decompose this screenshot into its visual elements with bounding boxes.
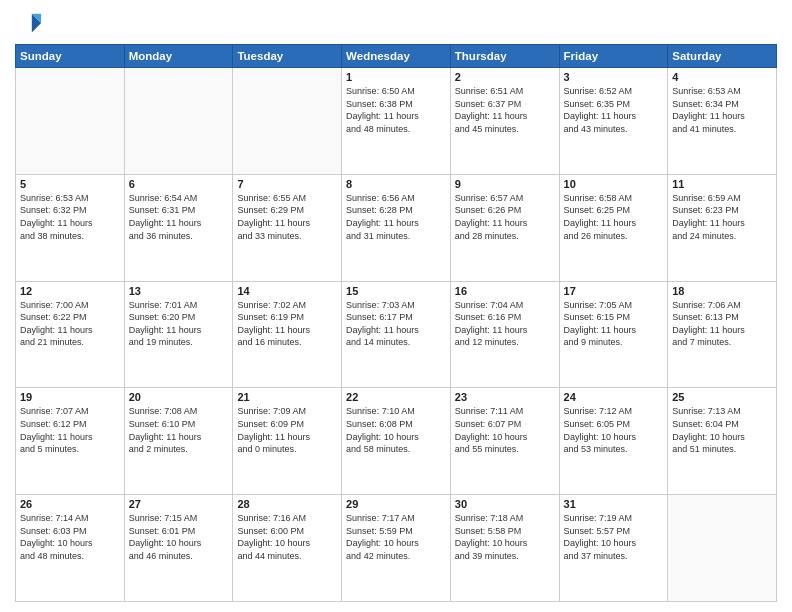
day-info: Sunrise: 7:10 AM Sunset: 6:08 PM Dayligh… — [346, 405, 446, 455]
header — [15, 10, 777, 38]
day-info: Sunrise: 7:18 AM Sunset: 5:58 PM Dayligh… — [455, 512, 555, 562]
weekday-header-tuesday: Tuesday — [233, 45, 342, 68]
calendar-table: SundayMondayTuesdayWednesdayThursdayFrid… — [15, 44, 777, 602]
day-cell: 24Sunrise: 7:12 AM Sunset: 6:05 PM Dayli… — [559, 388, 668, 495]
day-info: Sunrise: 7:01 AM Sunset: 6:20 PM Dayligh… — [129, 299, 229, 349]
day-number: 27 — [129, 498, 229, 510]
day-number: 9 — [455, 178, 555, 190]
day-info: Sunrise: 7:14 AM Sunset: 6:03 PM Dayligh… — [20, 512, 120, 562]
day-cell: 13Sunrise: 7:01 AM Sunset: 6:20 PM Dayli… — [124, 281, 233, 388]
day-cell: 6Sunrise: 6:54 AM Sunset: 6:31 PM Daylig… — [124, 174, 233, 281]
day-cell: 9Sunrise: 6:57 AM Sunset: 6:26 PM Daylig… — [450, 174, 559, 281]
day-cell — [233, 68, 342, 175]
day-number: 6 — [129, 178, 229, 190]
day-info: Sunrise: 7:07 AM Sunset: 6:12 PM Dayligh… — [20, 405, 120, 455]
logo-icon — [15, 10, 43, 38]
day-cell: 27Sunrise: 7:15 AM Sunset: 6:01 PM Dayli… — [124, 495, 233, 602]
day-cell: 11Sunrise: 6:59 AM Sunset: 6:23 PM Dayli… — [668, 174, 777, 281]
day-info: Sunrise: 7:15 AM Sunset: 6:01 PM Dayligh… — [129, 512, 229, 562]
day-cell — [16, 68, 125, 175]
day-number: 20 — [129, 391, 229, 403]
weekday-header-sunday: Sunday — [16, 45, 125, 68]
day-info: Sunrise: 7:02 AM Sunset: 6:19 PM Dayligh… — [237, 299, 337, 349]
day-info: Sunrise: 6:50 AM Sunset: 6:38 PM Dayligh… — [346, 85, 446, 135]
day-number: 2 — [455, 71, 555, 83]
day-cell: 22Sunrise: 7:10 AM Sunset: 6:08 PM Dayli… — [342, 388, 451, 495]
day-info: Sunrise: 7:09 AM Sunset: 6:09 PM Dayligh… — [237, 405, 337, 455]
day-info: Sunrise: 7:11 AM Sunset: 6:07 PM Dayligh… — [455, 405, 555, 455]
day-cell: 30Sunrise: 7:18 AM Sunset: 5:58 PM Dayli… — [450, 495, 559, 602]
day-cell: 18Sunrise: 7:06 AM Sunset: 6:13 PM Dayli… — [668, 281, 777, 388]
day-cell — [124, 68, 233, 175]
day-cell: 10Sunrise: 6:58 AM Sunset: 6:25 PM Dayli… — [559, 174, 668, 281]
day-info: Sunrise: 7:00 AM Sunset: 6:22 PM Dayligh… — [20, 299, 120, 349]
day-number: 12 — [20, 285, 120, 297]
day-number: 3 — [564, 71, 664, 83]
day-number: 18 — [672, 285, 772, 297]
day-cell: 17Sunrise: 7:05 AM Sunset: 6:15 PM Dayli… — [559, 281, 668, 388]
day-number: 13 — [129, 285, 229, 297]
weekday-header-friday: Friday — [559, 45, 668, 68]
day-number: 4 — [672, 71, 772, 83]
logo — [15, 10, 47, 38]
day-info: Sunrise: 7:06 AM Sunset: 6:13 PM Dayligh… — [672, 299, 772, 349]
day-info: Sunrise: 7:16 AM Sunset: 6:00 PM Dayligh… — [237, 512, 337, 562]
day-info: Sunrise: 6:58 AM Sunset: 6:25 PM Dayligh… — [564, 192, 664, 242]
weekday-header-monday: Monday — [124, 45, 233, 68]
day-number: 16 — [455, 285, 555, 297]
weekday-header-row: SundayMondayTuesdayWednesdayThursdayFrid… — [16, 45, 777, 68]
day-cell: 15Sunrise: 7:03 AM Sunset: 6:17 PM Dayli… — [342, 281, 451, 388]
day-number: 5 — [20, 178, 120, 190]
day-info: Sunrise: 7:12 AM Sunset: 6:05 PM Dayligh… — [564, 405, 664, 455]
day-number: 15 — [346, 285, 446, 297]
day-cell: 3Sunrise: 6:52 AM Sunset: 6:35 PM Daylig… — [559, 68, 668, 175]
week-row-2: 5Sunrise: 6:53 AM Sunset: 6:32 PM Daylig… — [16, 174, 777, 281]
week-row-3: 12Sunrise: 7:00 AM Sunset: 6:22 PM Dayli… — [16, 281, 777, 388]
day-cell: 23Sunrise: 7:11 AM Sunset: 6:07 PM Dayli… — [450, 388, 559, 495]
week-row-4: 19Sunrise: 7:07 AM Sunset: 6:12 PM Dayli… — [16, 388, 777, 495]
day-number: 10 — [564, 178, 664, 190]
day-number: 14 — [237, 285, 337, 297]
day-number: 22 — [346, 391, 446, 403]
weekday-header-wednesday: Wednesday — [342, 45, 451, 68]
day-info: Sunrise: 6:53 AM Sunset: 6:32 PM Dayligh… — [20, 192, 120, 242]
day-cell: 14Sunrise: 7:02 AM Sunset: 6:19 PM Dayli… — [233, 281, 342, 388]
day-number: 8 — [346, 178, 446, 190]
day-info: Sunrise: 6:55 AM Sunset: 6:29 PM Dayligh… — [237, 192, 337, 242]
day-cell: 1Sunrise: 6:50 AM Sunset: 6:38 PM Daylig… — [342, 68, 451, 175]
day-cell: 16Sunrise: 7:04 AM Sunset: 6:16 PM Dayli… — [450, 281, 559, 388]
day-number: 1 — [346, 71, 446, 83]
day-number: 11 — [672, 178, 772, 190]
day-cell: 7Sunrise: 6:55 AM Sunset: 6:29 PM Daylig… — [233, 174, 342, 281]
day-info: Sunrise: 7:08 AM Sunset: 6:10 PM Dayligh… — [129, 405, 229, 455]
day-info: Sunrise: 7:04 AM Sunset: 6:16 PM Dayligh… — [455, 299, 555, 349]
day-cell: 25Sunrise: 7:13 AM Sunset: 6:04 PM Dayli… — [668, 388, 777, 495]
day-cell: 19Sunrise: 7:07 AM Sunset: 6:12 PM Dayli… — [16, 388, 125, 495]
day-number: 28 — [237, 498, 337, 510]
day-number: 23 — [455, 391, 555, 403]
day-cell: 8Sunrise: 6:56 AM Sunset: 6:28 PM Daylig… — [342, 174, 451, 281]
day-info: Sunrise: 7:13 AM Sunset: 6:04 PM Dayligh… — [672, 405, 772, 455]
day-info: Sunrise: 6:56 AM Sunset: 6:28 PM Dayligh… — [346, 192, 446, 242]
weekday-header-thursday: Thursday — [450, 45, 559, 68]
day-info: Sunrise: 6:51 AM Sunset: 6:37 PM Dayligh… — [455, 85, 555, 135]
week-row-5: 26Sunrise: 7:14 AM Sunset: 6:03 PM Dayli… — [16, 495, 777, 602]
day-cell: 26Sunrise: 7:14 AM Sunset: 6:03 PM Dayli… — [16, 495, 125, 602]
day-info: Sunrise: 6:54 AM Sunset: 6:31 PM Dayligh… — [129, 192, 229, 242]
page: SundayMondayTuesdayWednesdayThursdayFrid… — [0, 0, 792, 612]
day-info: Sunrise: 7:05 AM Sunset: 6:15 PM Dayligh… — [564, 299, 664, 349]
day-info: Sunrise: 6:53 AM Sunset: 6:34 PM Dayligh… — [672, 85, 772, 135]
day-number: 21 — [237, 391, 337, 403]
day-cell: 31Sunrise: 7:19 AM Sunset: 5:57 PM Dayli… — [559, 495, 668, 602]
day-cell: 2Sunrise: 6:51 AM Sunset: 6:37 PM Daylig… — [450, 68, 559, 175]
day-number: 31 — [564, 498, 664, 510]
day-cell: 5Sunrise: 6:53 AM Sunset: 6:32 PM Daylig… — [16, 174, 125, 281]
day-cell: 4Sunrise: 6:53 AM Sunset: 6:34 PM Daylig… — [668, 68, 777, 175]
week-row-1: 1Sunrise: 6:50 AM Sunset: 6:38 PM Daylig… — [16, 68, 777, 175]
day-info: Sunrise: 7:17 AM Sunset: 5:59 PM Dayligh… — [346, 512, 446, 562]
day-cell: 20Sunrise: 7:08 AM Sunset: 6:10 PM Dayli… — [124, 388, 233, 495]
day-cell: 12Sunrise: 7:00 AM Sunset: 6:22 PM Dayli… — [16, 281, 125, 388]
day-number: 30 — [455, 498, 555, 510]
day-info: Sunrise: 6:57 AM Sunset: 6:26 PM Dayligh… — [455, 192, 555, 242]
day-number: 26 — [20, 498, 120, 510]
